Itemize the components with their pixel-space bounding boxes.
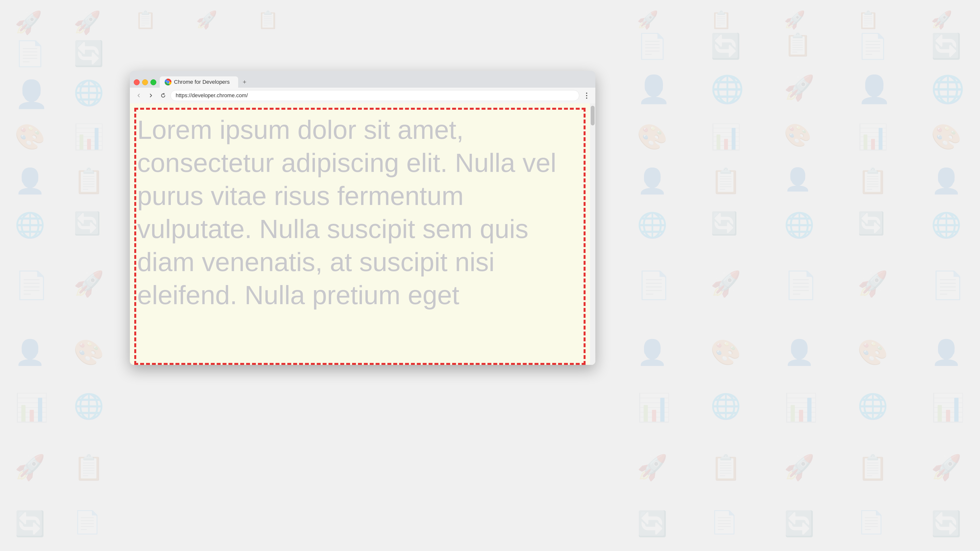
deco-icon-74: 🔄 (15, 510, 45, 538)
deco-icon-22: 🚀 (784, 73, 815, 102)
deco-icon-49: 🚀 (711, 269, 741, 298)
deco-icon-15: 📋 (784, 32, 811, 57)
deco-icon-12: 🔄 (73, 39, 104, 68)
deco-icon-71: 🚀 (784, 453, 815, 482)
menu-dot-2 (586, 95, 587, 96)
deco-icon-28: 📊 (711, 122, 741, 151)
deco-icon-8: 🚀 (784, 10, 805, 30)
deco-icon-29: 🎨 (784, 122, 811, 148)
back-icon (136, 93, 142, 98)
deco-icon-23: 👤 (858, 73, 891, 105)
active-tab[interactable]: Chrome for Developers (160, 76, 238, 88)
deco-icon-18: 👤 (15, 78, 48, 110)
menu-dot-1 (586, 92, 587, 94)
deco-icon-52: 📄 (931, 269, 964, 301)
deco-icon-78: 🔄 (784, 510, 815, 538)
deco-icon-44: 🔄 (858, 211, 885, 236)
deco-icon-62: 📊 (637, 392, 671, 423)
deco-icon-51: 🚀 (858, 269, 888, 298)
deco-icon-38: 👤 (931, 167, 962, 195)
deco-icon-58: 🎨 (858, 338, 888, 367)
deco-icon-45: 🌐 (931, 211, 962, 240)
deco-icon-54: 🎨 (73, 338, 104, 367)
deco-icon-72: 📋 (858, 453, 888, 482)
reload-button[interactable] (158, 91, 168, 100)
deco-icon-48: 📄 (637, 269, 671, 301)
deco-icon-63: 🌐 (711, 392, 741, 421)
deco-icon-33: 📋 (73, 167, 104, 195)
page-lorem-text: Lorem ipsum dolor sit amet, consectetur … (137, 113, 581, 311)
deco-icon-43: 🌐 (784, 211, 815, 240)
back-button[interactable] (134, 91, 143, 100)
deco-icon-9: 📋 (858, 10, 879, 30)
deco-icon-41: 🌐 (637, 211, 668, 240)
minimize-button[interactable] (142, 79, 148, 85)
deco-icon-2: 🚀 (73, 10, 101, 35)
svg-point-2 (167, 81, 169, 83)
scrollbar[interactable] (590, 103, 595, 365)
deco-icon-25: 🎨 (15, 122, 45, 151)
deco-icon-34: 👤 (637, 167, 668, 195)
deco-icon-36: 👤 (784, 167, 811, 192)
forward-icon (148, 93, 154, 98)
deco-icon-59: 👤 (931, 338, 962, 367)
menu-dot-3 (586, 97, 587, 99)
deco-icon-1: 🚀 (15, 10, 42, 35)
deco-icon-42: 🔄 (711, 211, 738, 236)
deco-icon-67: 🚀 (15, 453, 45, 482)
deco-icon-66: 📊 (931, 392, 964, 423)
deco-icon-30: 📊 (858, 122, 888, 151)
address-bar[interactable]: https://developer.chrome.com/ (170, 90, 579, 101)
deco-icon-31: 🎨 (931, 122, 962, 151)
deco-icon-19: 🌐 (73, 78, 104, 107)
deco-icon-20: 👤 (637, 73, 671, 105)
deco-icon-65: 🌐 (858, 392, 888, 421)
browser-menu-button[interactable] (582, 91, 592, 100)
deco-icon-68: 📋 (73, 453, 104, 482)
deco-icon-3: 📋 (135, 10, 156, 30)
deco-icon-77: 📄 (711, 510, 738, 535)
deco-icon-56: 🎨 (711, 338, 741, 367)
deco-icon-6: 🚀 (637, 10, 658, 30)
deco-icon-46: 📄 (15, 269, 48, 301)
deco-icon-60: 📊 (15, 392, 48, 423)
nav-bar: https://developer.chrome.com/ (130, 88, 595, 103)
deco-icon-10: 🚀 (931, 10, 952, 30)
tab-title: Chrome for Developers (174, 79, 233, 85)
page-content: Lorem ipsum dolor sit amet, consectetur … (130, 103, 595, 365)
deco-icon-53: 👤 (15, 338, 45, 367)
close-button[interactable] (134, 79, 140, 85)
deco-icon-39: 🌐 (15, 211, 45, 240)
deco-icon-11: 📄 (15, 39, 45, 68)
deco-icon-17: 🔄 (931, 32, 962, 61)
forward-button[interactable] (146, 91, 156, 100)
deco-icon-73: 🚀 (931, 453, 962, 482)
deco-icon-50: 📄 (784, 269, 818, 301)
url-text: https://developer.chrome.com/ (176, 92, 248, 99)
deco-icon-35: 📋 (711, 167, 741, 195)
deco-icon-26: 📊 (73, 122, 104, 151)
deco-icon-16: 📄 (858, 32, 888, 61)
traffic-lights (134, 79, 156, 85)
deco-icon-37: 📋 (858, 167, 888, 195)
deco-icon-32: 👤 (15, 167, 45, 195)
deco-icon-4: 🚀 (196, 10, 217, 30)
reload-icon (161, 93, 166, 98)
deco-icon-5: 📋 (257, 10, 278, 30)
deco-icon-55: 👤 (637, 338, 668, 367)
deco-icon-47: 🚀 (73, 269, 104, 298)
deco-icon-75: 📄 (73, 510, 101, 535)
deco-icon-40: 🔄 (73, 211, 101, 236)
deco-icon-64: 📊 (784, 392, 818, 423)
deco-icon-13: 📄 (637, 32, 668, 61)
maximize-button[interactable] (150, 79, 156, 85)
scrollbar-thumb[interactable] (591, 106, 595, 125)
deco-icon-27: 🎨 (637, 122, 668, 151)
deco-icon-79: 📄 (858, 510, 885, 535)
deco-icon-24: 🌐 (931, 73, 964, 105)
new-tab-button[interactable]: + (240, 77, 250, 87)
title-bar: Chrome for Developers + (130, 71, 595, 88)
deco-icon-69: 🚀 (637, 453, 668, 482)
chrome-favicon-icon (165, 79, 172, 86)
deco-icon-21: 🌐 (711, 73, 744, 105)
